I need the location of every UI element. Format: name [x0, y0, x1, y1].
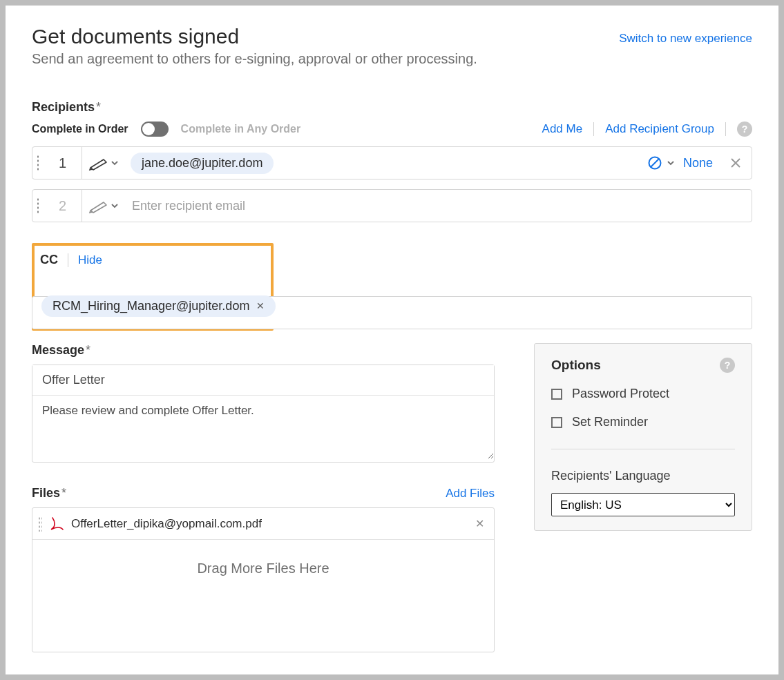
recipients-label: Recipients*: [32, 100, 752, 115]
page-subtitle: Send an agreement to others for e-signin…: [32, 51, 477, 67]
files-label: Files*: [32, 486, 66, 501]
set-reminder-option[interactable]: Set Reminder: [551, 415, 735, 429]
language-label: Recipients' Language: [551, 469, 735, 483]
recipient-role-selector[interactable]: [82, 147, 125, 179]
pdf-icon: [49, 516, 64, 532]
divider: [68, 253, 68, 267]
order-mode-on-label: Complete in Order: [32, 123, 128, 135]
message-label: Message*: [32, 343, 509, 358]
drag-handle[interactable]: [32, 147, 44, 179]
password-protect-option[interactable]: Password Protect: [551, 387, 735, 401]
cc-hide-link[interactable]: Hide: [78, 253, 102, 267]
page-title: Get documents signed: [32, 25, 477, 48]
recipient-index: 1: [44, 147, 82, 179]
remove-cc-chip-button[interactable]: ✕: [256, 301, 265, 311]
checkbox-icon: [551, 417, 562, 428]
message-box: [32, 365, 495, 463]
message-subject-input[interactable]: [32, 365, 494, 396]
add-recipient-group-link[interactable]: Add Recipient Group: [605, 122, 714, 136]
checkbox-icon: [551, 389, 562, 400]
help-icon[interactable]: ?: [737, 122, 752, 137]
chevron-down-icon: [111, 202, 119, 210]
add-me-link[interactable]: Add Me: [542, 122, 583, 136]
recipient-row: 2: [32, 189, 752, 222]
chevron-down-icon: [667, 159, 675, 167]
divider: [725, 122, 726, 136]
file-row: OfferLetter_dipika@yopmail.com.pdf ✕: [32, 508, 494, 540]
options-title: Options: [551, 358, 601, 373]
remove-file-button[interactable]: ✕: [475, 517, 484, 530]
cc-label: CC: [40, 253, 58, 267]
recipient-index: 2: [44, 190, 82, 222]
order-toggle[interactable]: [141, 122, 169, 137]
svg-line-1: [651, 159, 659, 167]
order-mode-off-label: Complete in Any Order: [181, 123, 301, 135]
auth-method-label: None: [683, 156, 713, 171]
switch-experience-link[interactable]: Switch to new experience: [619, 32, 752, 46]
divider: [593, 122, 594, 136]
recipient-role-selector[interactable]: [82, 190, 125, 222]
pen-icon: [88, 198, 109, 213]
compose-agreement-panel: Get documents signed Send an agreement t…: [6, 6, 778, 674]
divider: [551, 449, 735, 449]
chevron-down-icon: [111, 159, 119, 167]
cc-section-highlight: CC Hide RCM_Hiring_Manager@jupiter.dom ✕: [32, 243, 274, 331]
file-name: OfferLetter_dipika@yopmail.com.pdf: [71, 517, 468, 531]
remove-recipient-button[interactable]: [720, 147, 752, 179]
message-body-input[interactable]: [32, 396, 494, 459]
language-select[interactable]: English: US: [551, 493, 735, 516]
add-files-link[interactable]: Add Files: [446, 487, 495, 501]
pen-icon: [88, 155, 109, 171]
recipient-email-input[interactable]: [131, 198, 746, 214]
recipient-chip[interactable]: jane.doe@jupiter.dom: [131, 153, 274, 174]
drag-handle[interactable]: [38, 516, 42, 532]
recipient-row: 1 jane.doe@jupiter.dom None: [32, 146, 752, 179]
drag-handle[interactable]: [32, 190, 44, 222]
auth-method-selector[interactable]: None: [647, 147, 720, 179]
cc-chip[interactable]: RCM_Hiring_Manager@jupiter.dom ✕: [41, 295, 276, 317]
files-box: OfferLetter_dipika@yopmail.com.pdf ✕ Dra…: [32, 507, 495, 652]
help-icon[interactable]: ?: [720, 358, 735, 373]
options-panel: Options ? Password Protect Set Reminder …: [534, 343, 752, 531]
no-auth-icon: [647, 155, 662, 171]
drop-zone[interactable]: Drag More Files Here: [32, 540, 494, 652]
close-icon: [729, 157, 742, 169]
